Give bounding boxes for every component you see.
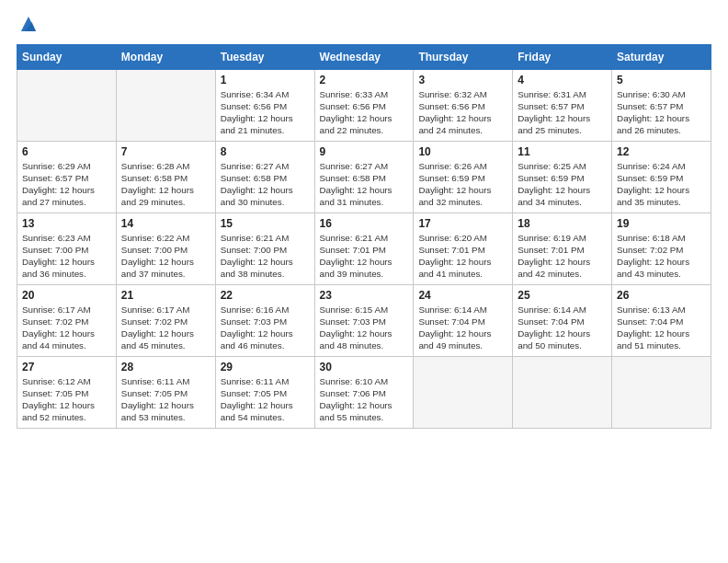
- calendar-week-0: 1Sunrise: 6:34 AM Sunset: 6:56 PM Daylig…: [17, 69, 711, 141]
- day-number: 11: [518, 145, 607, 158]
- day-number: 25: [518, 289, 607, 302]
- day-number: 24: [418, 289, 507, 302]
- page: SundayMondayTuesdayWednesdayThursdayFrid…: [0, 0, 728, 563]
- day-number: 22: [221, 289, 310, 302]
- day-number: 19: [617, 217, 706, 230]
- day-info: Sunrise: 6:28 AM Sunset: 6:58 PM Dayligh…: [121, 160, 210, 209]
- day-number: 6: [22, 145, 111, 158]
- day-number: 17: [418, 217, 507, 230]
- day-number: 9: [320, 145, 409, 158]
- day-info: Sunrise: 6:13 AM Sunset: 7:04 PM Dayligh…: [617, 304, 706, 352]
- day-number: 7: [121, 145, 210, 158]
- calendar-cell: 3Sunrise: 6:32 AM Sunset: 6:56 PM Daylig…: [414, 69, 513, 141]
- day-number: 3: [418, 74, 507, 86]
- calendar-cell: 13Sunrise: 6:23 AM Sunset: 7:00 PM Dayli…: [17, 213, 117, 284]
- calendar-cell: 18Sunrise: 6:19 AM Sunset: 7:01 PM Dayli…: [513, 213, 612, 284]
- day-number: 4: [518, 74, 607, 86]
- day-info: Sunrise: 6:11 AM Sunset: 7:05 PM Dayligh…: [221, 375, 310, 424]
- day-number: 20: [22, 289, 111, 302]
- day-info: Sunrise: 6:30 AM Sunset: 6:57 PM Dayligh…: [617, 88, 706, 137]
- calendar-header-row: SundayMondayTuesdayWednesdayThursdayFrid…: [17, 44, 711, 69]
- calendar-cell: 4Sunrise: 6:31 AM Sunset: 6:57 PM Daylig…: [513, 69, 612, 141]
- calendar-week-4: 27Sunrise: 6:12 AM Sunset: 7:05 PM Dayli…: [17, 356, 711, 428]
- day-info: Sunrise: 6:26 AM Sunset: 6:59 PM Dayligh…: [418, 160, 507, 209]
- day-number: 23: [320, 289, 409, 302]
- day-info: Sunrise: 6:33 AM Sunset: 6:56 PM Dayligh…: [320, 88, 409, 137]
- day-info: Sunrise: 6:11 AM Sunset: 7:05 PM Dayligh…: [121, 375, 210, 424]
- calendar-cell: 28Sunrise: 6:11 AM Sunset: 7:05 PM Dayli…: [116, 356, 215, 428]
- day-info: Sunrise: 6:25 AM Sunset: 6:59 PM Dayligh…: [518, 160, 607, 209]
- calendar-cell: [612, 356, 711, 428]
- calendar-cell: 26Sunrise: 6:13 AM Sunset: 7:04 PM Dayli…: [612, 284, 711, 356]
- calendar-cell: 11Sunrise: 6:25 AM Sunset: 6:59 PM Dayli…: [513, 141, 612, 213]
- calendar-cell: 17Sunrise: 6:20 AM Sunset: 7:01 PM Dayli…: [414, 213, 513, 284]
- day-info: Sunrise: 6:17 AM Sunset: 7:02 PM Dayligh…: [121, 304, 210, 352]
- day-number: 8: [221, 145, 310, 158]
- calendar-cell: 25Sunrise: 6:14 AM Sunset: 7:04 PM Dayli…: [513, 284, 612, 356]
- calendar-cell: 6Sunrise: 6:29 AM Sunset: 6:57 PM Daylig…: [17, 141, 117, 213]
- calendar-cell: 8Sunrise: 6:27 AM Sunset: 6:58 PM Daylig…: [215, 141, 314, 213]
- calendar-cell: 19Sunrise: 6:18 AM Sunset: 7:02 PM Dayli…: [612, 213, 711, 284]
- day-number: 13: [22, 217, 111, 230]
- weekday-header-monday: Monday: [116, 44, 215, 69]
- calendar-cell: 23Sunrise: 6:15 AM Sunset: 7:03 PM Dayli…: [314, 284, 414, 356]
- day-info: Sunrise: 6:18 AM Sunset: 7:02 PM Dayligh…: [617, 232, 706, 281]
- weekday-header-sunday: Sunday: [17, 44, 117, 69]
- day-info: Sunrise: 6:19 AM Sunset: 7:01 PM Dayligh…: [518, 232, 607, 281]
- day-number: 10: [418, 145, 507, 158]
- day-number: 27: [22, 361, 111, 373]
- day-number: 2: [320, 74, 409, 86]
- header: [17, 17, 711, 35]
- calendar-cell: 20Sunrise: 6:17 AM Sunset: 7:02 PM Dayli…: [17, 284, 117, 356]
- day-info: Sunrise: 6:32 AM Sunset: 6:56 PM Dayligh…: [418, 88, 507, 137]
- day-info: Sunrise: 6:17 AM Sunset: 7:02 PM Dayligh…: [22, 304, 111, 352]
- calendar-cell: 16Sunrise: 6:21 AM Sunset: 7:01 PM Dayli…: [314, 213, 414, 284]
- day-info: Sunrise: 6:20 AM Sunset: 7:01 PM Dayligh…: [418, 232, 507, 281]
- day-number: 26: [617, 289, 706, 302]
- calendar-cell: 2Sunrise: 6:33 AM Sunset: 6:56 PM Daylig…: [314, 69, 414, 141]
- day-info: Sunrise: 6:31 AM Sunset: 6:57 PM Dayligh…: [518, 88, 607, 137]
- day-number: 28: [121, 361, 210, 373]
- calendar-cell: 9Sunrise: 6:27 AM Sunset: 6:58 PM Daylig…: [314, 141, 414, 213]
- calendar-cell: [17, 69, 117, 141]
- day-info: Sunrise: 6:21 AM Sunset: 7:01 PM Dayligh…: [320, 232, 409, 281]
- day-number: 14: [121, 217, 210, 230]
- day-info: Sunrise: 6:34 AM Sunset: 6:56 PM Dayligh…: [221, 88, 310, 137]
- calendar-cell: [414, 356, 513, 428]
- calendar-cell: 14Sunrise: 6:22 AM Sunset: 7:00 PM Dayli…: [116, 213, 215, 284]
- day-info: Sunrise: 6:15 AM Sunset: 7:03 PM Dayligh…: [320, 304, 409, 352]
- day-number: 18: [518, 217, 607, 230]
- calendar-cell: 22Sunrise: 6:16 AM Sunset: 7:03 PM Dayli…: [215, 284, 314, 356]
- day-number: 5: [617, 74, 706, 86]
- day-info: Sunrise: 6:24 AM Sunset: 6:59 PM Dayligh…: [617, 160, 706, 209]
- calendar-cell: 10Sunrise: 6:26 AM Sunset: 6:59 PM Dayli…: [414, 141, 513, 213]
- calendar-cell: 12Sunrise: 6:24 AM Sunset: 6:59 PM Dayli…: [612, 141, 711, 213]
- day-info: Sunrise: 6:21 AM Sunset: 7:00 PM Dayligh…: [221, 232, 310, 281]
- calendar-week-1: 6Sunrise: 6:29 AM Sunset: 6:57 PM Daylig…: [17, 141, 711, 213]
- day-info: Sunrise: 6:14 AM Sunset: 7:04 PM Dayligh…: [518, 304, 607, 352]
- day-info: Sunrise: 6:22 AM Sunset: 7:00 PM Dayligh…: [121, 232, 210, 281]
- day-number: 1: [221, 74, 310, 86]
- weekday-header-wednesday: Wednesday: [314, 44, 414, 69]
- day-info: Sunrise: 6:16 AM Sunset: 7:03 PM Dayligh…: [221, 304, 310, 352]
- day-info: Sunrise: 6:14 AM Sunset: 7:04 PM Dayligh…: [418, 304, 507, 352]
- day-info: Sunrise: 6:27 AM Sunset: 6:58 PM Dayligh…: [221, 160, 310, 209]
- calendar-cell: 15Sunrise: 6:21 AM Sunset: 7:00 PM Dayli…: [215, 213, 314, 284]
- day-number: 30: [320, 361, 409, 373]
- weekday-header-thursday: Thursday: [414, 44, 513, 69]
- logo: [17, 17, 39, 35]
- calendar-cell: 21Sunrise: 6:17 AM Sunset: 7:02 PM Dayli…: [116, 284, 215, 356]
- day-info: Sunrise: 6:10 AM Sunset: 7:06 PM Dayligh…: [320, 375, 409, 424]
- calendar-cell: 30Sunrise: 6:10 AM Sunset: 7:06 PM Dayli…: [314, 356, 414, 428]
- day-number: 12: [617, 145, 706, 158]
- calendar-week-2: 13Sunrise: 6:23 AM Sunset: 7:00 PM Dayli…: [17, 213, 711, 284]
- weekday-header-tuesday: Tuesday: [215, 44, 314, 69]
- calendar-cell: 1Sunrise: 6:34 AM Sunset: 6:56 PM Daylig…: [215, 69, 314, 141]
- day-number: 29: [221, 361, 310, 373]
- day-number: 15: [221, 217, 310, 230]
- day-info: Sunrise: 6:12 AM Sunset: 7:05 PM Dayligh…: [22, 375, 111, 424]
- calendar: SundayMondayTuesdayWednesdayThursdayFrid…: [17, 44, 711, 429]
- calendar-cell: [116, 69, 215, 141]
- day-info: Sunrise: 6:27 AM Sunset: 6:58 PM Dayligh…: [320, 160, 409, 209]
- day-number: 21: [121, 289, 210, 302]
